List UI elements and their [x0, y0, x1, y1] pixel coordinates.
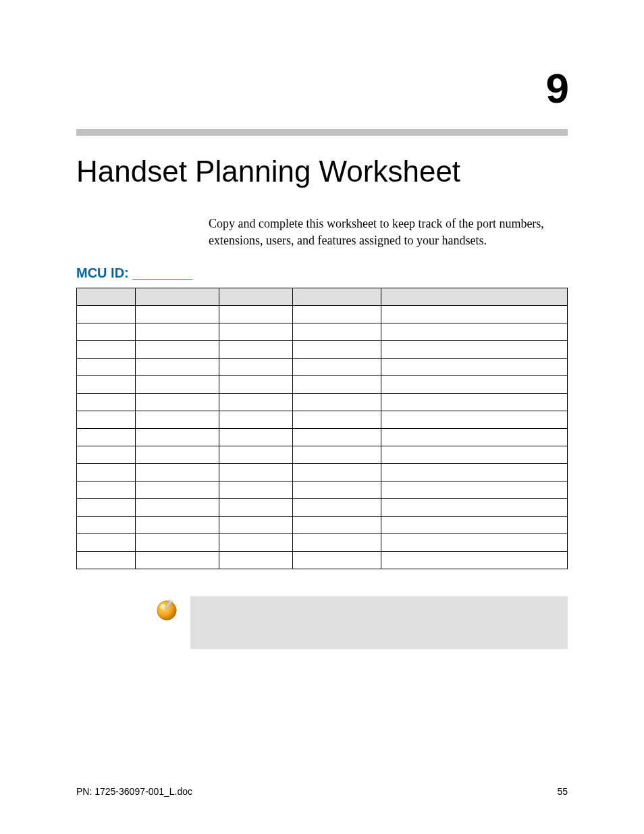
- page-footer: PN: 1725-36097-001_L.doc 55: [76, 786, 568, 797]
- title-divider: [76, 129, 568, 136]
- svg-point-1: [161, 604, 166, 610]
- chapter-number: 9: [76, 64, 568, 112]
- mcu-id-label: MCU ID: ________: [76, 265, 568, 281]
- note-block: [154, 596, 568, 649]
- footer-pn: PN: 1725-36097-001_L.doc: [76, 786, 192, 797]
- table-row: [77, 534, 568, 552]
- table-row: [77, 323, 568, 341]
- note-pushpin-icon: [154, 596, 180, 622]
- table-row: [77, 394, 568, 411]
- table-row: [77, 376, 568, 394]
- table-row: [77, 464, 568, 481]
- note-text-box: [190, 596, 568, 649]
- table-row: [77, 429, 568, 446]
- table-row: [77, 552, 568, 569]
- table-row: [77, 446, 568, 464]
- footer-page-number: 55: [557, 786, 568, 797]
- worksheet-table: [76, 288, 568, 569]
- table-row: [77, 341, 568, 359]
- table-row: [77, 517, 568, 534]
- page-title: Handset Planning Worksheet: [76, 155, 568, 188]
- svg-point-0: [157, 601, 177, 621]
- table-row: [77, 359, 568, 376]
- table-row: [77, 499, 568, 517]
- table-header-row: [77, 288, 568, 306]
- table-row: [77, 481, 568, 499]
- table-row: [77, 306, 568, 323]
- table-row: [77, 411, 568, 429]
- intro-text: Copy and complete this worksheet to keep…: [209, 215, 568, 249]
